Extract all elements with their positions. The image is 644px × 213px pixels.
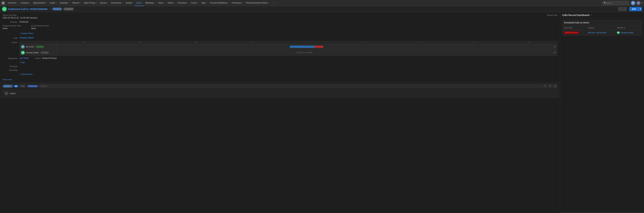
chevron-icon: ▾ [187, 2, 188, 4]
nav-cases[interactable]: Cases ▾ [190, 0, 200, 6]
internal-notes-button[interactable]: + Internal Notes [20, 73, 32, 75]
record-navigation: ‹ › [618, 7, 627, 11]
right-panel-scrollbar[interactable] [560, 212, 644, 213]
next-record-button[interactable]: › [623, 7, 627, 11]
all-records-badge[interactable]: All Records [27, 85, 38, 88]
nav-calendar[interactable]: Calendar ▾ [58, 0, 71, 6]
recording-field: Recording [3, 69, 557, 71]
assigned-teams-section: Assigned to Jen Smith Teams Global (Prim… [3, 57, 557, 59]
related-chevron-icon: ▾ [10, 85, 12, 87]
repeat-type-label: Repeat Type [547, 14, 557, 16]
related-dropdown[interactable]: Related ▾ [3, 85, 13, 88]
chevron-icon: ▾ [46, 2, 46, 4]
user-menu-chevron[interactable]: ▾ [642, 2, 643, 4]
left-panel: Start & End Date 2022-07-09 01:15 - 01:4… [0, 12, 560, 213]
nav-process-business-rules[interactable]: Process Business Rules ▾ [244, 0, 270, 6]
timeline-hour-cell: 21 [57, 41, 112, 44]
favorite-star-icon[interactable]: ☆ [49, 8, 51, 10]
transcript-field: Transcript [3, 65, 557, 68]
lead-label: Lead [3, 37, 20, 39]
nav-emails[interactable]: Emails ▾ [124, 0, 134, 6]
nav-tasks[interactable]: Tasks ▾ [157, 0, 166, 6]
chevron-icon: ▾ [80, 2, 81, 4]
timeline-eye-icon-jen[interactable]: 👁 [552, 46, 557, 48]
chevron-icon: ▾ [107, 2, 108, 4]
following-badge[interactable]: Following [52, 8, 62, 10]
right-panel: Calls Record Dashboard ☆ Scheduled Calls… [560, 12, 644, 213]
search-input[interactable] [606, 2, 626, 4]
edit-dropdown-button[interactable]: ▾ [638, 7, 642, 11]
direction-label: Direction [3, 21, 20, 23]
timeline-eye-icon-christian[interactable]: 👁 [552, 52, 557, 54]
app-logo[interactable]: S [1, 1, 6, 5]
guest-row-christian-wettre: CW Christian Wettre No Reply Schedule Un… [20, 50, 557, 56]
account-avatar[interactable]: CI [636, 1, 641, 5]
all-badge[interactable]: All [14, 85, 18, 88]
subject-link[interactable]: Bad time, will call back [588, 32, 607, 34]
assigned-to-field: Assigned to Jen Smith [3, 57, 28, 59]
search-box[interactable]: 🔍 [602, 1, 629, 5]
nav-data-privacy[interactable]: Data Privacy ▾ [83, 0, 98, 6]
filter-button[interactable]: Filter [19, 84, 26, 88]
chevron-icon: ▾ [29, 2, 30, 4]
edit-button[interactable]: Edit [630, 7, 638, 11]
nav-processes[interactable]: Processes ▾ [230, 0, 244, 6]
prev-record-button[interactable]: ‹ [618, 7, 622, 11]
nav-opportunities[interactable]: Opportunities ▾ [32, 0, 48, 6]
user-avatar[interactable]: CI [631, 1, 635, 5]
lead-field: Lead Christian Wettre [3, 37, 557, 39]
nav-reports[interactable]: Reports ▾ [71, 0, 82, 6]
table-header-related-to: Related to [616, 26, 642, 30]
nav-contacts[interactable]: Contacts ▾ [19, 0, 31, 6]
svg-text:S: S [2, 2, 3, 4]
dashboard-section: Scheduled Calls as Owner Start Date Subj… [562, 20, 642, 36]
record-title[interactable]: Outbound Call to +919151668464 [8, 8, 48, 10]
right-panel-favorite-icon[interactable]: ☆ [590, 14, 592, 16]
tags-button[interactable]: + Tags [20, 61, 25, 64]
chevron-icon: ▾ [56, 2, 57, 4]
nav-accounts[interactable]: Accounts ▾ [6, 0, 19, 6]
date-badge: 2022-07-09 01:15 [564, 32, 579, 34]
notes-label: Notes [10, 92, 16, 95]
refresh-button[interactable]: ↻ [543, 84, 547, 88]
chevron-icon: ▾ [96, 2, 97, 4]
nav-calls[interactable]: Calls ▾ [135, 0, 144, 6]
right-panel-header: Calls Record Dashboard ☆ [560, 12, 644, 18]
email-reminder-value: None [31, 27, 49, 30]
nav-quotes[interactable]: Quotes ▾ [99, 0, 110, 6]
assigned-to-value[interactable]: Jen Smith [20, 57, 28, 59]
related-search-input[interactable] [39, 84, 542, 88]
scheduled-badge: Scheduled [63, 8, 74, 10]
dashboard-section-title: Scheduled Calls as Owner [562, 20, 642, 26]
invitation-body-button[interactable]: + Invitation Body [20, 32, 33, 34]
nav-tags[interactable]: Tags ▾ [200, 0, 208, 6]
reminder-section: Popup Reminder Time None Email Reminder … [3, 25, 557, 30]
guest-row-jen-smith: JS Jen Smith Attending 👁 [20, 44, 557, 50]
lead-value[interactable]: Christian Wettre [20, 37, 34, 39]
guest-name-christian-wettre: CW Christian Wettre No Reply [20, 50, 57, 56]
nav-forecasts[interactable]: Forecasts ▾ [176, 0, 189, 6]
show-more-link[interactable]: Show more... [3, 78, 14, 80]
right-panel-title: Calls Record Dashboard [562, 14, 590, 16]
more-nav-icon[interactable]: ⋯ [271, 1, 275, 4]
settings-button[interactable]: ⚙ [553, 84, 557, 88]
related-person-link[interactable]: CW Christian Wettre [617, 31, 640, 34]
guests-label: Guests [3, 40, 20, 43]
popup-reminder-group: Popup Reminder Time None [3, 25, 21, 30]
guest-avatar-christian-wettre: CW [21, 51, 25, 54]
notes-icon: N [4, 92, 8, 95]
nav-leads[interactable]: Leads ▾ [48, 0, 58, 6]
timeline-hour-cell: 1 [279, 41, 335, 44]
timeline-bar-blue [290, 46, 314, 48]
table-row: 2022-07-09 01:15 Bad time, will call bac… [563, 30, 642, 35]
nav-meetings[interactable]: Meetings ▾ [144, 0, 156, 6]
list-view-button[interactable]: ☰ [548, 84, 552, 88]
nav-notes[interactable]: Notes ▾ [166, 0, 176, 6]
nav-documents[interactable]: Documents ▾ [110, 0, 124, 6]
table-header-subject: Subject [587, 26, 615, 30]
chevron-icon: ▾ [242, 2, 243, 4]
nav-process-definitions[interactable]: Process Definitions ▾ [208, 0, 230, 6]
top-navigation: S Accounts ▾ Contacts ▾ Opportunities ▾ … [0, 0, 644, 6]
related-action-icons: ↻ ☰ ⚙ [543, 84, 557, 88]
chevron-icon: ▾ [197, 2, 198, 4]
